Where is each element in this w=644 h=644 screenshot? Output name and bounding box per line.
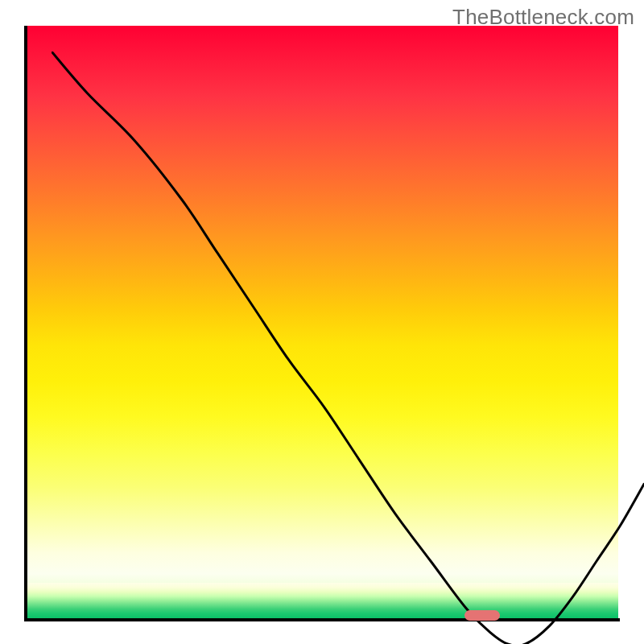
chart-canvas: TheBottleneck.com (0, 0, 644, 644)
watermark-label: TheBottleneck.com (452, 5, 634, 30)
curve-layer (52, 52, 644, 644)
y-axis (24, 26, 27, 621)
plot-area (26, 26, 618, 618)
optimal-range-marker (464, 610, 500, 621)
bottleneck-curve (52, 52, 644, 644)
